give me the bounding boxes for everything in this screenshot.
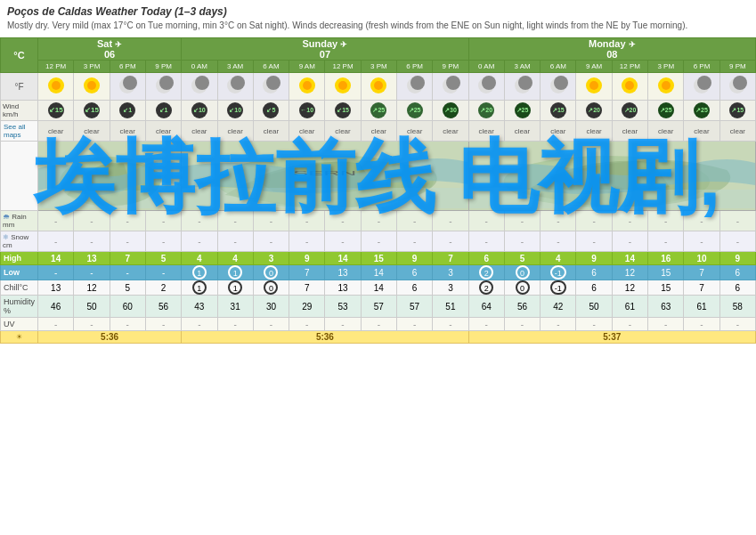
page-title: Poços de Caldas Weather Today (1–3 days) — [7, 5, 749, 18]
rain-label: 🌧 Rain mm — [1, 211, 38, 231]
uv-label: UV — [1, 318, 38, 331]
svg-point-1 — [52, 81, 61, 90]
svg-point-13 — [266, 76, 280, 90]
svg-point-25 — [482, 76, 496, 90]
svg-point-7 — [159, 76, 174, 90]
high-row: High 14 13 7 5 4 4 3 9 14 15 9 7 6 5 4 9… — [1, 252, 756, 265]
header: Poços de Caldas Weather Today (1–3 days)… — [0, 0, 756, 37]
see-all-maps[interactable]: See allmaps — [1, 121, 38, 142]
snow-row: ❄ Snow cm - - - - - - - - - - - - - - - … — [1, 231, 756, 252]
svg-point-29 — [554, 76, 568, 90]
svg-point-11 — [231, 76, 245, 90]
wind-row: Wind km/h ↙15 ↙15 ↙1 ↙1 ↙10 ↙10 ↙5 ←10 ↙… — [1, 101, 756, 121]
humidity-label: Humidity % — [1, 296, 38, 318]
svg-point-9 — [195, 76, 209, 90]
svg-point-23 — [446, 76, 460, 90]
svg-point-39 — [733, 76, 747, 90]
svg-text:SERN: SERN — [293, 169, 356, 177]
humidity-row: Humidity % 46 50 60 56 43 31 30 29 53 57… — [1, 296, 756, 318]
svg-point-27 — [518, 76, 532, 90]
page-description: Mostly dry. Very mild (max 17°C on Tue m… — [7, 20, 749, 32]
map-row: SERN — [1, 142, 756, 211]
chill-label: Chill°C — [1, 280, 38, 296]
weather-icon-row: °F — [1, 73, 756, 101]
rain-row: 🌧 Rain mm - - - - - - - - - - - - - - - … — [1, 211, 756, 231]
sat-header: Sat ✈ 06 — [38, 38, 182, 61]
low-label: Low — [1, 265, 38, 280]
svg-point-15 — [303, 81, 312, 90]
weather-table: °C Sat ✈ 06 Sunday ✈ 07 Monday ✈ 08 12 P… — [0, 37, 756, 344]
svg-point-17 — [338, 81, 347, 90]
high-label: High — [1, 252, 38, 265]
sunrise-row: ☀ 5:36 5:36 5:37 — [1, 331, 756, 344]
svg-point-35 — [662, 81, 671, 90]
chill-row: Chill°C 13 12 5 2 1 1 0 7 13 14 6 3 2 0 … — [1, 280, 756, 296]
svg-point-19 — [374, 81, 383, 90]
time-row: 12 PM 3 PM 6 PM 9 PM 0 AM 3 AM 6 AM 9 AM… — [1, 61, 756, 73]
day-header-row: °C Sat ✈ 06 Sunday ✈ 07 Monday ✈ 08 — [1, 38, 756, 61]
mon-header: Monday ✈ 08 — [468, 38, 755, 61]
uv-row: UV - - - - - - - - - - - - - - - - - - -… — [1, 318, 756, 331]
svg-point-33 — [625, 81, 634, 90]
sunrise-icon: ☀ — [16, 333, 22, 341]
wind-desc-row: See allmaps clear clear clear clear clea… — [1, 121, 756, 142]
low-row: Low - - - - 1 1 0 7 13 14 6 3 2 0 -1 6 1… — [1, 265, 756, 280]
snow-label: ❄ Snow cm — [1, 231, 38, 252]
unit-header: °C — [1, 38, 38, 73]
unit-f[interactable]: °F — [1, 73, 38, 101]
wind-label: Wind km/h — [1, 101, 38, 121]
svg-point-31 — [589, 81, 598, 90]
svg-point-3 — [87, 81, 96, 90]
svg-point-5 — [123, 76, 137, 90]
svg-point-37 — [697, 76, 711, 90]
sunrise-label: ☀ — [1, 331, 38, 344]
svg-point-21 — [411, 76, 425, 90]
sun-header: Sunday ✈ 07 — [182, 38, 468, 61]
